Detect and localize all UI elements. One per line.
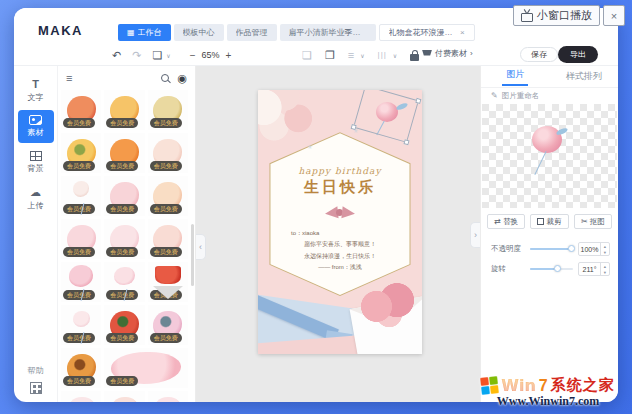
step-down-icon[interactable]: ▾ <box>601 269 609 275</box>
sidebar-item-material[interactable]: 素材 <box>18 110 54 143</box>
member-free-badge: 会员免费 <box>150 247 182 257</box>
asset-thumbnail[interactable]: 会员免费 <box>148 305 188 345</box>
asset-thumbnail[interactable]: 会员免费 <box>148 90 188 130</box>
watermark-title: 系统之家 <box>551 376 615 395</box>
opacity-row: 不透明度 100% ▴ ▾ <box>491 242 610 256</box>
rotate-row: 旋转 211° ▴ ▾ <box>491 262 610 276</box>
help-link[interactable]: 帮助 <box>28 365 44 376</box>
redo-icon[interactable]: ↷ <box>132 50 141 61</box>
asset-thumbnail[interactable]: 会员免费 <box>61 305 101 345</box>
sidebar-item-text[interactable]: T 文字 <box>18 74 54 107</box>
tab-works-manage[interactable]: 作品管理 <box>227 24 277 41</box>
opacity-slider[interactable] <box>530 248 573 250</box>
card-wish-text[interactable]: to：xiaoka 愿你平安喜乐、事事顺意！ 永远保持浪漫，生日快乐！ —— f… <box>285 228 395 274</box>
asset-thumbnail[interactable] <box>61 391 101 402</box>
asset-thumbnail[interactable]: 会员免费 <box>148 176 188 216</box>
asset-scrollbar[interactable] <box>191 224 194 286</box>
rename-image-row[interactable]: ✎ 图片重命名 <box>481 88 618 103</box>
rotate-value-input[interactable]: 211° ▴ ▾ <box>578 262 610 276</box>
tab-workbench[interactable]: ▦ 工作台 <box>118 24 171 41</box>
rotate-label: 旋转 <box>491 264 525 274</box>
tab-document-other[interactable]: 扁平小清新毕业季手… <box>280 24 376 41</box>
asset-thumbnail[interactable]: 会员免费 <box>61 176 101 216</box>
image-preview <box>482 104 617 208</box>
export-button[interactable]: 导出 <box>558 46 598 63</box>
watermark-seven: 7 <box>539 377 548 395</box>
selection-handle[interactable] <box>403 139 409 145</box>
search-icon[interactable] <box>161 74 169 82</box>
asset-thumbnail[interactable]: 会员免费 <box>104 348 188 388</box>
asset-thumbnail[interactable] <box>148 391 188 402</box>
align-icon[interactable]: ||| <box>378 51 387 59</box>
duplicate-icon[interactable]: ❏ <box>302 50 312 61</box>
canvas-area[interactable]: ‹ › happy birthday 生日快乐 to：xiaoka 愿你平安喜乐… <box>196 66 480 402</box>
windows-flag-icon <box>480 376 499 395</box>
asset-thumbnail[interactable]: 会员免费 <box>61 262 101 302</box>
layer-order-icon[interactable]: ≡ <box>348 50 354 61</box>
asset-thumbnail[interactable]: 会员免费 <box>104 219 144 259</box>
selection-handle[interactable] <box>415 98 421 104</box>
card-from-line: —— from：浅浅 <box>285 262 395 273</box>
tab-template-center[interactable]: 模板中心 <box>174 24 224 41</box>
pencil-icon: ✎ <box>491 91 498 100</box>
sidebar-item-background[interactable]: 背景 <box>18 146 54 179</box>
paid-material-link[interactable]: 付费素材 › <box>422 48 473 59</box>
pink-bow-image[interactable] <box>323 205 357 221</box>
card-script-title[interactable]: happy birthday <box>298 166 381 176</box>
tab-document-current[interactable]: 礼物盒花环浪漫粉… × <box>379 24 475 41</box>
peony-image[interactable] <box>356 280 420 328</box>
card-title[interactable]: 生日快乐 <box>304 178 376 197</box>
save-button[interactable]: 保存 <box>520 47 558 62</box>
pip-playback-button[interactable]: 小窗口播放 <box>513 5 600 26</box>
asset-thumbnail[interactable] <box>104 391 144 402</box>
zoom-level: 65% <box>202 50 220 60</box>
tab-image[interactable]: 图片 <box>481 66 550 87</box>
asset-thumbnail[interactable]: 会员免费 <box>104 133 144 173</box>
asset-thumbnail[interactable]: 会员免费 <box>104 90 144 130</box>
rotate-slider[interactable] <box>530 268 573 270</box>
undo-icon[interactable]: ↶ <box>112 50 121 61</box>
tab-close-icon[interactable]: × <box>460 28 465 37</box>
collapse-inspector-handle[interactable]: › <box>470 222 480 248</box>
pages-icon[interactable]: ❏ <box>152 50 162 61</box>
maka-editor-window: MAKA ▦ 工作台 模板中心 作品管理 扁平小清新毕业季手… 礼物盒花环浪漫粉… <box>14 8 618 402</box>
asset-thumbnail[interactable]: 会员免费 <box>61 348 101 388</box>
zoom-in-button[interactable]: + <box>226 50 232 61</box>
card-to-line: to：xiaoka <box>285 228 395 239</box>
peony-cluster-image[interactable] <box>258 90 324 148</box>
watermark-url: Www.Winwin7.com <box>466 394 630 409</box>
step-down-icon[interactable]: ▾ <box>601 249 609 255</box>
group-icon[interactable]: ❐ <box>325 50 335 61</box>
crop-button[interactable]: 裁剪 <box>530 214 568 229</box>
lock-icon[interactable] <box>410 54 419 61</box>
rotate-stepper[interactable]: ▴ ▾ <box>600 263 609 275</box>
opacity-value-input[interactable]: 100% ▴ ▾ <box>578 242 610 256</box>
asset-thumbnail[interactable]: 会员免费 <box>148 133 188 173</box>
member-free-badge: 会员免费 <box>106 204 138 214</box>
qr-code-icon[interactable] <box>30 382 42 394</box>
asset-thumbnail[interactable]: 会员免费 <box>61 219 101 259</box>
asset-thumbnail[interactable]: 会员免费 <box>104 176 144 216</box>
menu-icon[interactable]: ≡ <box>66 72 72 84</box>
replace-button[interactable]: ⇄ 替换 <box>487 214 525 229</box>
tab-style-arrange[interactable]: 样式排列 <box>550 66 619 87</box>
design-card[interactable]: happy birthday 生日快乐 to：xiaoka 愿你平安喜乐、事事顺… <box>258 90 422 354</box>
selection-frame[interactable] <box>353 90 419 143</box>
asset-thumbnail[interactable]: 会员免费 <box>61 90 101 130</box>
opacity-stepper[interactable]: ▴ ▾ <box>600 243 609 255</box>
zoom-out-button[interactable]: − <box>190 50 196 61</box>
asset-thumbnail[interactable]: 会员免费 <box>104 262 144 302</box>
pip-close-button[interactable]: × <box>603 5 625 26</box>
sidebar-item-upload[interactable]: ☁ 上传 <box>18 182 54 215</box>
hexagon-panel: happy birthday 生日快乐 to：xiaoka 愿你平安喜乐、事事顺… <box>269 132 410 296</box>
collapse-circle-icon[interactable]: ◉ <box>177 73 187 84</box>
cutout-button[interactable]: ✂ 抠图 <box>574 214 612 229</box>
member-free-badge: 会员免费 <box>150 333 182 343</box>
asset-thumbnail[interactable]: 会员免费 <box>61 133 101 173</box>
asset-panel-header: ≡ ◉ <box>58 66 195 90</box>
sparkle-decor: ✳ <box>307 143 312 150</box>
asset-thumbnail[interactable]: 会员免费 <box>148 262 188 302</box>
asset-thumbnail[interactable]: 会员免费 <box>148 219 188 259</box>
collapse-asset-panel-handle[interactable]: ‹ <box>196 234 206 260</box>
asset-thumbnail[interactable]: 会员免费 <box>104 305 144 345</box>
